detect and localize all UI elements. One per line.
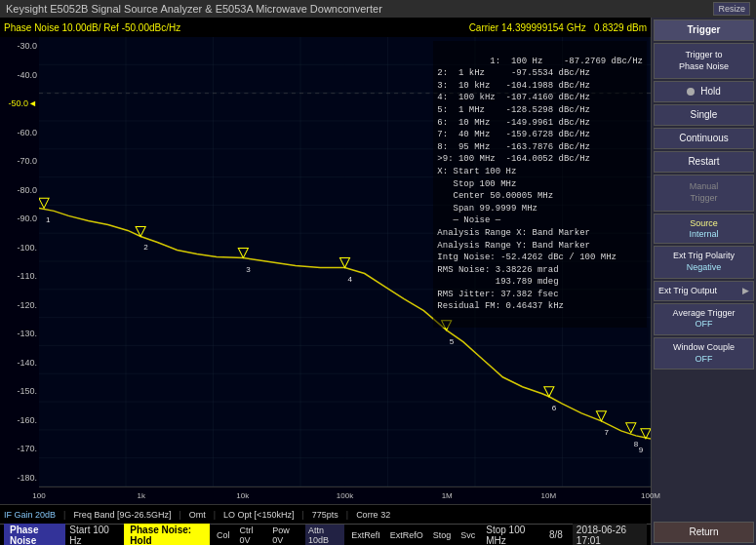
ext-trig-polarity-label: Ext Trig Polarity: [657, 251, 751, 262]
corr: Corre 32: [356, 510, 390, 520]
status-ctrl: Ctrl 0V: [237, 526, 266, 545]
chart-title: Phase Noise 10.00dB/ Ref -50.00dBc/Hz: [4, 22, 180, 33]
pts: 775pts: [312, 510, 338, 520]
y-label-1: -30.0: [17, 41, 37, 51]
x-label-100hz: 100: [32, 491, 45, 500]
main-layout: Phase Noise 10.00dB/ Ref -50.00dBc/Hz Ca…: [0, 18, 756, 545]
svg-text:1: 1: [46, 215, 51, 224]
window-couple-label: Window Couple: [657, 342, 751, 354]
chart-plot[interactable]: 1 2 3 4 5 6: [39, 37, 651, 487]
ext-trig-output-button[interactable]: Ext Trig Output ▶: [654, 281, 754, 301]
bottom-bar: IF Gain 20dB | Freq Band [9G-26.5GHz] | …: [0, 504, 651, 524]
source-label: Source: [657, 218, 751, 229]
data-annotations: 1: 100 Hz -87.2769 dBc/Hz 2: 1 kHz -97.5…: [433, 41, 647, 328]
y-label-14: -160.: [17, 415, 37, 425]
if-gain: IF Gain 20dB: [4, 510, 56, 520]
chart-wrapper: -30.0 -40.0 -50.0◄ -60.0 -70.0 -80.0 -90…: [0, 37, 651, 487]
y-label-2: -40.0: [17, 70, 37, 80]
hold-badge: Phase Noise: Hold: [124, 524, 210, 546]
y-axis: -30.0 -40.0 -50.0◄ -60.0 -70.0 -80.0 -90…: [0, 37, 39, 487]
y-label-16: -180.: [17, 473, 37, 483]
source-value: Internal: [657, 229, 751, 240]
y-label-12: -140.: [17, 358, 37, 368]
trigger-to-phase-noise-button[interactable]: Trigger toPhase Noise: [654, 43, 754, 79]
y-label-11: -130.: [17, 329, 37, 338]
start-freq-label: Start 100 Hz: [69, 525, 116, 546]
continuous-button[interactable]: Continuous: [654, 128, 754, 149]
svg-text:2: 2: [143, 244, 148, 253]
status-pow: Pow 0V: [269, 526, 301, 545]
svg-text:5: 5: [450, 337, 455, 346]
status-bar: Phase Noise Start 100 Hz Phase Noise: Ho…: [0, 524, 651, 545]
ext-trig-polarity-value: Negative: [657, 262, 751, 274]
svg-text:9: 9: [639, 446, 644, 454]
window-couple-button[interactable]: Window Couple OFF: [654, 337, 754, 370]
phase-noise-label: Phase Noise: [4, 524, 65, 546]
y-label-4: -60.0: [17, 128, 37, 137]
resize-button[interactable]: Resize: [713, 2, 750, 16]
hold-indicator: [687, 88, 695, 96]
return-button[interactable]: Return: [654, 522, 754, 543]
y-label-6: -80.0: [17, 185, 37, 195]
chart-header: Phase Noise 10.00dB/ Ref -50.00dBc/Hz Ca…: [0, 18, 651, 37]
right-panel: Trigger Trigger toPhase Noise Hold Singl…: [651, 18, 756, 545]
svg-text:7: 7: [604, 428, 609, 437]
hold-indicator-row: Hold: [654, 81, 754, 102]
y-label-3: -50.0◄: [9, 98, 37, 108]
x-label-10khz: 10k: [236, 491, 249, 500]
x-label-1khz: 1k: [137, 491, 144, 500]
single-button[interactable]: Single: [654, 104, 754, 126]
y-label-10: -120.: [17, 300, 37, 310]
x-label-1mhz: 1M: [442, 491, 453, 500]
avg-trigger-value: OFF: [657, 319, 751, 331]
status-attn: Attn 10dB: [305, 525, 344, 546]
lo-opt: LO Opt [<150kHz]: [223, 510, 294, 520]
manual-trigger-button[interactable]: ManualTrigger: [654, 175, 754, 211]
svg-text:3: 3: [246, 265, 251, 274]
window-couple-value: OFF: [657, 354, 751, 366]
x-label-100mhz: 100M: [641, 491, 660, 500]
svg-text:4: 4: [348, 275, 353, 284]
stop-freq-label: Stop 100 MHz: [486, 525, 539, 546]
x-label-100khz: 100k: [337, 491, 353, 500]
page-label: 8/8: [543, 529, 569, 540]
y-label-9: -110.: [17, 271, 37, 281]
freq-band: Freq Band [9G-26.5GHz]: [73, 510, 171, 520]
omt: Omt: [189, 510, 206, 520]
app-title: Keysight E5052B Signal Source Analyzer &…: [6, 3, 382, 15]
average-trigger-button[interactable]: Average Trigger OFF: [654, 303, 754, 335]
carrier-info: Carrier 14.399999154 GHz 0.8329 dBm: [469, 22, 647, 33]
status-extrefo: ExtRefO: [387, 530, 426, 540]
status-extrefi: ExtRefI: [348, 530, 383, 540]
datetime: 2018-06-26 17:01: [573, 524, 647, 546]
x-axis: 100 1k 10k 100k 1M 10M 100M: [39, 487, 651, 504]
marker-data: 1: 100 Hz -87.2769 dBc/Hz 2: 1 kHz -97.5…: [437, 57, 643, 312]
y-label-7: -90.0: [17, 214, 37, 223]
status-col: Col: [214, 530, 233, 540]
title-bar: Keysight E5052B Signal Source Analyzer &…: [0, 0, 756, 18]
x-label-10mhz: 10M: [541, 491, 557, 500]
y-label-8: -100.: [17, 243, 37, 253]
avg-trigger-label: Average Trigger: [657, 308, 751, 320]
trigger-button[interactable]: Trigger: [654, 19, 754, 41]
hold-button-label[interactable]: Hold: [700, 86, 721, 97]
ext-trig-output-arrow: ▶: [742, 286, 749, 296]
status-svc: Svc: [458, 530, 478, 540]
svg-text:6: 6: [552, 404, 557, 412]
status-stog: Stog: [430, 530, 455, 540]
y-label-15: -170.: [17, 444, 37, 453]
chart-area: Phase Noise 10.00dB/ Ref -50.00dBc/Hz Ca…: [0, 18, 651, 545]
restart-button[interactable]: Restart: [654, 151, 754, 173]
y-label-13: -150.: [17, 386, 37, 396]
y-label-5: -70.0: [17, 156, 37, 166]
ext-trig-polarity-button[interactable]: Ext Trig Polarity Negative: [654, 246, 754, 278]
source-button[interactable]: Source Internal: [654, 214, 754, 245]
